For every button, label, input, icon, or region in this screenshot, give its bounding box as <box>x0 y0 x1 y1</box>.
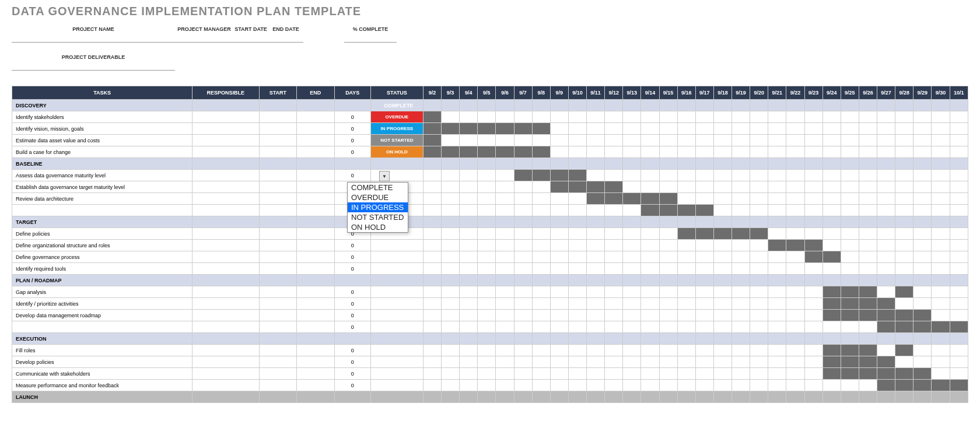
cell[interactable] <box>297 158 334 170</box>
gantt-cell[interactable] <box>532 251 550 263</box>
gantt-cell[interactable] <box>804 135 822 146</box>
cell[interactable] <box>259 275 296 286</box>
gantt-cell[interactable] <box>659 391 677 403</box>
gantt-cell[interactable] <box>478 321 496 333</box>
gantt-cell[interactable] <box>442 193 460 205</box>
gantt-cell[interactable] <box>514 240 532 251</box>
gantt-cell[interactable] <box>695 228 713 240</box>
gantt-cell[interactable] <box>442 275 460 286</box>
gantt-cell[interactable] <box>514 158 532 170</box>
cell[interactable] <box>297 391 334 403</box>
gantt-cell[interactable] <box>514 286 532 298</box>
gantt-cell[interactable] <box>950 181 968 193</box>
gantt-cell[interactable] <box>514 321 532 333</box>
section-name[interactable]: BASELINE <box>12 158 192 170</box>
gantt-cell[interactable] <box>677 181 695 193</box>
gantt-cell[interactable] <box>442 158 460 170</box>
days-cell[interactable]: 0 <box>334 368 370 380</box>
gantt-cell[interactable] <box>841 205 859 216</box>
gantt-cell[interactable] <box>460 380 478 391</box>
gantt-cell[interactable] <box>750 100 768 111</box>
gantt-cell[interactable] <box>750 345 768 356</box>
gantt-cell[interactable] <box>932 193 950 205</box>
gantt-cell[interactable] <box>768 228 786 240</box>
gantt-cell[interactable] <box>713 158 732 170</box>
gantt-cell[interactable] <box>460 286 478 298</box>
days-cell[interactable]: 0 <box>334 356 370 368</box>
gantt-cell[interactable] <box>605 321 623 333</box>
gantt-cell[interactable] <box>478 170 496 181</box>
gantt-cell[interactable] <box>641 380 659 391</box>
gantt-cell[interactable] <box>677 146 695 158</box>
gantt-cell[interactable] <box>841 251 859 263</box>
gantt-cell[interactable] <box>442 111 460 123</box>
gantt-cell[interactable] <box>641 158 659 170</box>
gantt-cell[interactable] <box>442 368 460 380</box>
gantt-cell[interactable] <box>841 321 859 333</box>
gantt-cell[interactable] <box>914 391 932 403</box>
status-cell[interactable] <box>370 263 423 275</box>
cell[interactable] <box>334 158 370 170</box>
gantt-cell[interactable] <box>914 275 932 286</box>
gantt-cell[interactable] <box>859 298 877 310</box>
end-cell[interactable] <box>297 298 334 310</box>
gantt-cell[interactable] <box>786 170 804 181</box>
task-name[interactable]: Identify vision, mission, goals <box>12 123 192 135</box>
gantt-cell[interactable] <box>877 216 895 228</box>
gantt-cell[interactable] <box>442 333 460 345</box>
status-cell[interactable] <box>370 275 423 286</box>
gantt-cell[interactable] <box>623 216 641 228</box>
gantt-cell[interactable] <box>914 146 932 158</box>
gantt-cell[interactable] <box>550 391 568 403</box>
dropdown-option-selected[interactable]: IN PROGRESS <box>348 202 408 212</box>
gantt-cell[interactable] <box>442 240 460 251</box>
gantt-cell[interactable] <box>713 263 732 275</box>
gantt-cell[interactable] <box>859 240 877 251</box>
gantt-cell[interactable] <box>877 345 895 356</box>
days-cell[interactable]: 0 <box>334 263 370 275</box>
days-cell[interactable]: 0 <box>334 111 370 123</box>
gantt-cell[interactable] <box>514 356 532 368</box>
gantt-cell[interactable] <box>478 158 496 170</box>
gantt-cell[interactable] <box>859 251 877 263</box>
gantt-cell[interactable] <box>423 123 441 135</box>
gantt-cell[interactable] <box>877 240 895 251</box>
gantt-cell[interactable] <box>496 228 514 240</box>
gantt-cell[interactable] <box>914 135 932 146</box>
gantt-cell[interactable] <box>768 298 786 310</box>
gantt-cell[interactable] <box>732 286 750 298</box>
status-cell[interactable] <box>370 298 423 310</box>
end-cell[interactable] <box>297 170 334 181</box>
status-cell[interactable] <box>370 240 423 251</box>
gantt-cell[interactable] <box>550 123 568 135</box>
gantt-cell[interactable] <box>950 275 968 286</box>
gantt-cell[interactable] <box>768 251 786 263</box>
gantt-cell[interactable] <box>804 391 822 403</box>
status-cell[interactable] <box>370 286 423 298</box>
gantt-cell[interactable] <box>442 123 460 135</box>
gantt-cell[interactable] <box>859 310 877 321</box>
gantt-cell[interactable] <box>768 286 786 298</box>
gantt-cell[interactable] <box>932 345 950 356</box>
gantt-cell[interactable] <box>822 193 841 205</box>
gantt-cell[interactable] <box>841 275 859 286</box>
gantt-cell[interactable] <box>859 216 877 228</box>
gantt-cell[interactable] <box>804 298 822 310</box>
gantt-cell[interactable] <box>914 170 932 181</box>
gantt-cell[interactable] <box>859 345 877 356</box>
gantt-cell[interactable] <box>514 310 532 321</box>
gantt-cell[interactable] <box>623 146 641 158</box>
gantt-cell[interactable] <box>514 380 532 391</box>
gantt-cell[interactable] <box>423 205 441 216</box>
gantt-cell[interactable] <box>822 333 841 345</box>
responsible-cell[interactable] <box>192 146 260 158</box>
gantt-cell[interactable] <box>677 135 695 146</box>
gantt-cell[interactable] <box>442 181 460 193</box>
gantt-cell[interactable] <box>478 240 496 251</box>
gantt-cell[interactable] <box>587 251 605 263</box>
gantt-cell[interactable] <box>460 298 478 310</box>
gantt-cell[interactable] <box>732 123 750 135</box>
gantt-cell[interactable] <box>822 111 841 123</box>
start-cell[interactable] <box>259 228 296 240</box>
section-name[interactable]: LAUNCH <box>12 391 192 403</box>
